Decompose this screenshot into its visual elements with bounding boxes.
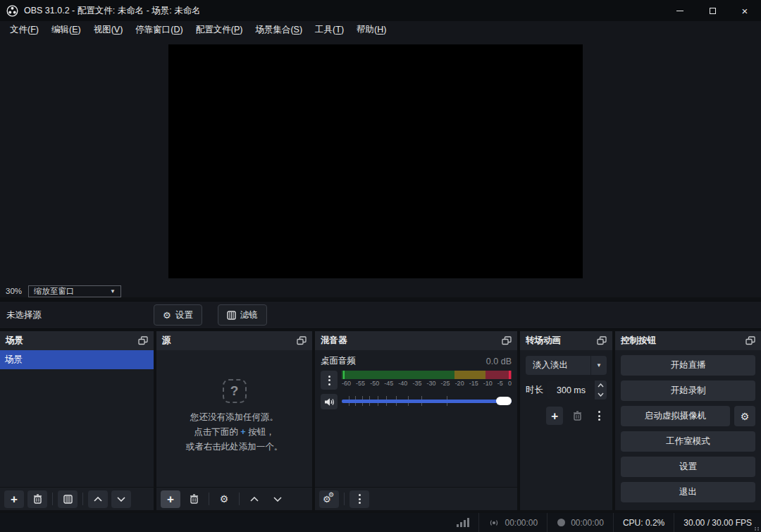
meter-tick-label: -15 [469, 380, 478, 387]
title-bar: OBS 31.0.2 - 配置文件: 未命名 - 场景: 未命名 × [0, 0, 761, 21]
menu-item-tools[interactable]: 工具(T) [309, 21, 350, 39]
question-mark-icon: ? [223, 379, 247, 403]
spin-down-button[interactable] [595, 390, 607, 400]
source-properties-toolbar-button[interactable]: ⚙ [214, 490, 234, 508]
transition-selected-value: 淡入淡出 [526, 356, 590, 375]
menu-text: ) [341, 25, 344, 35]
chevron-down-icon [273, 497, 282, 502]
filter-icon [227, 311, 236, 320]
meter-tick-label: -30 [426, 380, 435, 387]
mixer-panel-header: 混音器 [315, 331, 517, 350]
minimize-button[interactable] [664, 0, 696, 21]
spin-up-button[interactable] [595, 381, 607, 390]
advanced-audio-button[interactable]: ⚙ ⚙ [319, 490, 339, 508]
menu-item-help[interactable]: 帮助(H) [350, 21, 392, 39]
popout-icon[interactable] [745, 336, 755, 346]
start-streaming-button[interactable]: 开始直播 [621, 355, 755, 376]
scene-filters-button[interactable] [58, 490, 78, 508]
add-source-button[interactable]: + [161, 490, 180, 508]
popout-icon[interactable] [297, 336, 307, 346]
move-source-up-button[interactable] [245, 490, 264, 508]
start-recording-button[interactable]: 开始录制 [621, 381, 755, 401]
source-selection-status: 未选择源 [6, 309, 42, 321]
speaker-icon [324, 397, 335, 407]
menu-text: ) [240, 25, 242, 35]
menu-text: 工具( [315, 25, 335, 35]
dock-area: 场景 场景 + [0, 331, 761, 510]
mixer-toolbar: ⚙ ⚙ [315, 487, 517, 510]
mixer-menu-button[interactable] [349, 490, 369, 508]
volume-meter: -60 -55 -50 -45 -40 -35 -30 -25 -20 -15 … [342, 371, 512, 387]
duration-spinbox[interactable]: 300 ms [547, 381, 607, 400]
source-filters-button[interactable]: 滤镜 [218, 304, 267, 326]
sources-panel-title: 源 [162, 335, 171, 347]
source-list[interactable]: ? 您还没有添加任何源。 点击下面的 + 按钮， 或者右击此处添加一个。 [156, 350, 312, 487]
sources-toolbar: + ⚙ [156, 487, 312, 510]
status-bar: 00:00:00 00:00:00 CPU: 0.2% 30.00 / 30.0… [0, 513, 761, 532]
meter-tick-label: -10 [483, 380, 493, 387]
volume-slider-handle[interactable] [496, 397, 512, 405]
add-scene-button[interactable]: + [4, 490, 24, 508]
menu-item-file[interactable]: 文件(F) [4, 21, 45, 39]
sources-panel-header: 源 [156, 331, 312, 350]
scenes-panel-header: 场景 [0, 331, 154, 350]
preview-canvas[interactable] [168, 44, 583, 278]
menu-text: 停靠窗口( [135, 25, 173, 35]
scene-list-item-selected[interactable]: 场景 [0, 350, 154, 369]
plus-accent-icon: + [240, 427, 245, 437]
menu-item-docks[interactable]: 停靠窗口(D) [129, 21, 189, 39]
empty-state-line3: 或者右击此处添加一个。 [186, 440, 283, 454]
transitions-panel-title: 转场动画 [526, 335, 561, 347]
source-properties-button[interactable]: ⚙ 设置 [154, 304, 202, 326]
transition-menu-button[interactable] [592, 407, 607, 425]
source-actions: ⚙ 设置 滤镜 [154, 304, 267, 326]
menu-item-edit[interactable]: 编辑(E) [45, 21, 87, 39]
toolbar-separator [82, 493, 83, 505]
toolbar-separator [52, 493, 53, 505]
move-scene-up-button[interactable] [88, 490, 108, 508]
menu-text: 配置文件( [196, 25, 234, 35]
virtual-camera-settings-button[interactable]: ⚙ [734, 406, 755, 426]
popout-icon[interactable] [138, 336, 148, 346]
add-transition-button[interactable]: + [546, 407, 563, 425]
meter-tick-label: -5 [497, 380, 503, 387]
remove-source-button[interactable] [184, 490, 204, 508]
menu-text: ) [120, 25, 123, 35]
popout-icon[interactable] [597, 336, 607, 346]
remove-transition-button[interactable] [570, 407, 585, 425]
menu-text: ) [383, 25, 386, 35]
menu-item-view[interactable]: 视图(V) [87, 21, 130, 39]
volume-slider[interactable] [342, 395, 512, 407]
move-source-down-button[interactable] [268, 490, 287, 508]
toolbar-separator [344, 493, 345, 505]
move-scene-down-button[interactable] [111, 490, 131, 508]
exit-button[interactable]: 退出 [621, 482, 755, 502]
transition-dropdown[interactable]: 淡入淡出 ▼ [526, 356, 607, 375]
close-button[interactable]: × [729, 0, 761, 21]
scene-list[interactable]: 场景 [0, 350, 154, 487]
remove-scene-button[interactable] [27, 490, 47, 508]
menu-mnemonic: S [294, 25, 299, 35]
trash-icon [33, 494, 42, 504]
mute-button[interactable] [321, 394, 338, 409]
zoom-mode-dropdown[interactable]: 缩放至窗口 ▼ [28, 285, 121, 297]
popout-icon[interactable] [502, 336, 512, 346]
mixer-channel-menu-button[interactable] [321, 371, 338, 390]
transition-actions: + [526, 407, 607, 425]
mixer-channel-strip: 桌面音频 0.0 dB -60 -55 [315, 350, 517, 487]
resize-grip[interactable] [755, 527, 760, 531]
controls-panel-header: 控制按钮 [615, 331, 761, 350]
menu-item-scene-collection[interactable]: 场景集合(S) [249, 21, 309, 39]
settings-button[interactable]: 设置 [621, 457, 755, 477]
source-properties-label: 设置 [175, 309, 193, 321]
scenes-panel: 场景 场景 + [0, 331, 154, 510]
maximize-button[interactable] [696, 0, 729, 21]
stream-time: 00:00:00 [505, 518, 538, 528]
menu-item-profile[interactable]: 配置文件(P) [190, 21, 249, 39]
trash-icon [190, 494, 199, 504]
start-virtual-camera-button[interactable]: 启动虚拟摄像机 [621, 406, 730, 426]
meter-scale: -60 -55 -50 -45 -40 -35 -30 -25 -20 -15 … [342, 380, 512, 387]
studio-mode-button[interactable]: 工作室模式 [621, 431, 755, 452]
virtual-camera-row: 启动虚拟摄像机 ⚙ [621, 406, 755, 426]
menu-text: 文件( [10, 25, 30, 35]
